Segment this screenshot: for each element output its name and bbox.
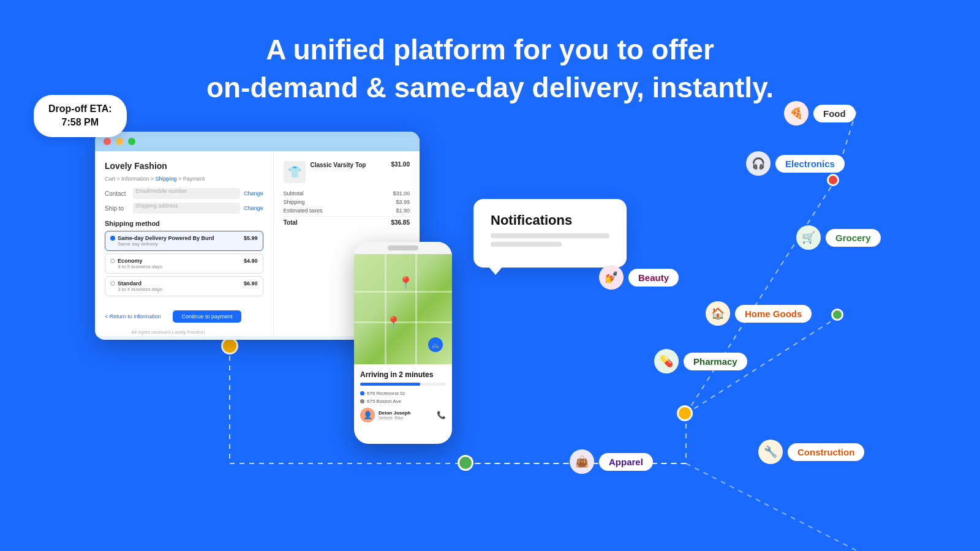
continue-button[interactable]: Continue to payment: [173, 310, 241, 323]
addr-dot-to: [360, 399, 364, 403]
progress-bar: [360, 383, 446, 386]
subtotal-row: Subtotal $31.00: [284, 190, 410, 197]
grocery-icon: 🛒: [796, 225, 821, 250]
checkout-left: Lovely Fashion Cart > Information > Ship…: [95, 151, 274, 336]
progress-fill: [360, 383, 420, 386]
address-from-row: 676 Richmond St: [360, 391, 446, 396]
dot-node-green-2: [831, 309, 843, 321]
breadcrumb: Cart > Information > Shipping > Payment: [105, 176, 263, 182]
radio-economy[interactable]: [110, 258, 115, 263]
taxes-row: Estimated taxes $1.90: [284, 208, 410, 214]
dot-green: [128, 138, 135, 145]
phone-delivery-info: Arriving in 2 minutes 676 Richmond St 67…: [354, 364, 452, 429]
hero-line1: A unified platform for you to offer on-d…: [0, 31, 980, 107]
dot-node-red-1: [827, 174, 839, 186]
construction-label: Construction: [788, 443, 864, 461]
arriving-text: Arriving in 2 minutes: [360, 370, 446, 379]
shipping-section-title: Shipping method: [105, 220, 263, 227]
contact-input[interactable]: Email/mobile number: [133, 188, 240, 199]
category-beauty: 💅 Beauty: [599, 265, 679, 290]
eta-time: 7:58 PM: [48, 116, 112, 129]
dot-yellow: [116, 138, 123, 145]
shipping-option-economy[interactable]: Economy 3 to 5 business days $4.90: [105, 253, 263, 274]
dot-node-yellow-1: [221, 337, 238, 354]
food-label: Food: [813, 105, 856, 122]
map-pin-destination: 📍: [398, 276, 413, 290]
notif-line-2: [491, 242, 562, 247]
phone-notch: [388, 246, 418, 250]
beauty-icon: 💅: [599, 265, 624, 290]
hero-section: A unified platform for you to offer on-d…: [0, 0, 980, 107]
address-from: 676 Richmond St: [367, 391, 404, 396]
shipto-change[interactable]: Change: [244, 205, 263, 211]
dot-node-orange-1: [677, 405, 693, 421]
eta-badge: Drop-off ETA: 7:58 PM: [34, 95, 127, 137]
apparel-icon: 👜: [570, 449, 594, 474]
grocery-label: Grocery: [826, 229, 881, 247]
shipto-input[interactable]: Shipping address: [133, 203, 240, 214]
notifications-title: Notifications: [491, 212, 609, 228]
beauty-label: Beauty: [628, 269, 679, 287]
browser-bar: [95, 132, 420, 151]
total-row: Total $36.85: [284, 216, 410, 226]
pharmacy-label: Pharmacy: [684, 353, 747, 370]
radio-sameday[interactable]: [110, 236, 115, 241]
driver-info: Deion Joseph Vehicle: Bike: [379, 410, 433, 420]
map-pin-origin: 📍: [386, 315, 401, 330]
shipto-label: Ship to: [105, 205, 129, 212]
food-icon: 🍕: [784, 101, 809, 126]
category-construction: 🔧 Construction: [758, 440, 864, 464]
shipping-option-standard[interactable]: Standard 3 to 4 business days $6.90: [105, 276, 263, 296]
address-to-row: 675 Boston Ave: [360, 399, 446, 404]
dot-node-green-1: [458, 455, 473, 471]
address-to: 675 Boston Ave: [367, 399, 401, 404]
driver-name: Deion Joseph: [379, 410, 433, 416]
category-electronics: 🎧 Electronics: [746, 151, 845, 176]
construction-icon: 🔧: [758, 440, 783, 464]
back-button[interactable]: < Return to information: [105, 313, 161, 320]
addr-dot-from: [360, 391, 364, 395]
shipping-row: Shipping $3.99: [284, 199, 410, 205]
svg-line-5: [686, 463, 858, 551]
shipto-field[interactable]: Ship to Shipping address Change: [105, 203, 263, 214]
eta-label: Drop-off ETA:: [48, 102, 112, 116]
contact-change[interactable]: Change: [244, 190, 263, 197]
call-button[interactable]: 📞: [437, 411, 446, 419]
home-goods-icon: 🏠: [706, 301, 730, 326]
electronics-label: Electronics: [775, 155, 845, 173]
driver-avatar: 👤: [360, 408, 375, 422]
shipping-option-sameday[interactable]: Same-day Delivery Powered By Burd Same d…: [105, 231, 263, 251]
product-image: 👕: [284, 161, 306, 183]
apparel-label: Apparel: [599, 453, 653, 471]
product-row: 👕 Classic Varsity Top $31.00: [284, 161, 410, 183]
dot-red: [104, 138, 111, 145]
category-food: 🍕 Food: [784, 101, 856, 126]
category-home-goods: 🏠 Home Goods: [706, 301, 812, 326]
notif-line-1: [491, 233, 609, 238]
store-name: Lovely Fashion: [105, 161, 263, 171]
driver-row: 👤 Deion Joseph Vehicle: Bike 📞: [360, 408, 446, 422]
phone-status-bar: [354, 242, 452, 254]
driver-vehicle: Vehicle: Bike: [379, 416, 433, 420]
radio-standard[interactable]: [110, 281, 115, 286]
contact-label: Contact: [105, 190, 129, 197]
contact-field[interactable]: Contact Email/mobile number Change: [105, 188, 263, 199]
phone-mockup: 📍 📍 🚲 Arriving in 2 minutes 676 Richmond…: [354, 242, 452, 444]
electronics-icon: 🎧: [746, 151, 771, 176]
product-info: Classic Varsity Top $31.00: [311, 161, 410, 183]
phone-map: 📍 📍 🚲: [354, 254, 452, 364]
home-goods-label: Home Goods: [735, 305, 812, 323]
pharmacy-icon: 💊: [654, 349, 679, 373]
footer-text: All rights reserved Lovely Fashion: [95, 329, 241, 335]
category-apparel: 👜 Apparel: [570, 449, 653, 474]
map-bike-icon: 🚲: [428, 337, 443, 352]
category-pharmacy: 💊 Pharmacy: [654, 349, 747, 373]
category-grocery: 🛒 Grocery: [796, 225, 881, 250]
svg-line-3: [686, 182, 834, 414]
notifications-bubble: Notifications: [473, 199, 627, 268]
